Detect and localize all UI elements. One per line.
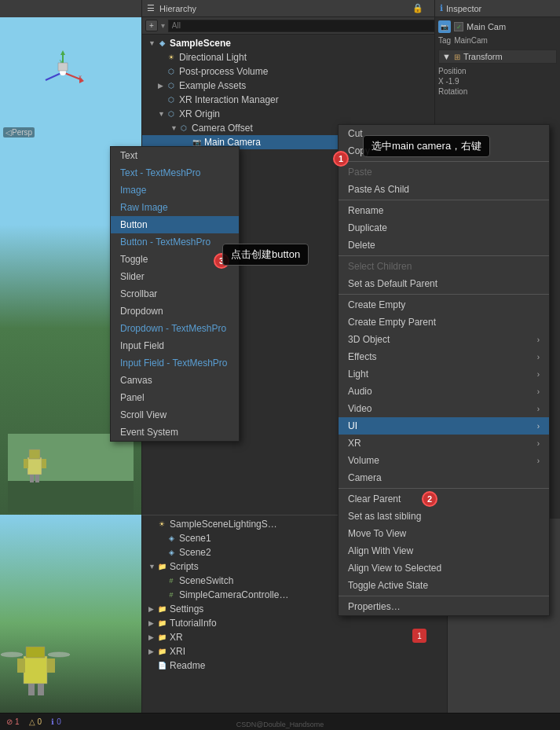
ctx-audio[interactable]: Audio › — [339, 383, 549, 400]
ctx-delete[interactable]: Delete — [339, 237, 549, 254]
transform-rotation-row: Rotation — [438, 87, 557, 96]
menu-item-button[interactable]: Button — [111, 216, 239, 233]
menu-item-slider[interactable]: Slider — [111, 268, 239, 285]
tree-label-example-assets: Example Assets — [179, 80, 246, 91]
ctx-paste-as-child[interactable]: Paste As Child — [339, 181, 549, 198]
ctx-label-camera: Camera — [348, 472, 382, 483]
ctx-set-last-sibling[interactable]: Set as last sibling — [339, 508, 549, 525]
menu-item-input-field[interactable]: Input Field — [111, 337, 239, 354]
ctx-clear-parent[interactable]: Clear Parent — [339, 490, 549, 508]
ctx-label-rename: Rename — [348, 205, 383, 216]
tree-arrow: ▼ — [148, 39, 156, 47]
ctx-properties[interactable]: Properties… — [339, 598, 549, 615]
menu-item-dropdown-textmeshpro[interactable]: Dropdown - TextMeshPro — [111, 320, 239, 337]
menu-item-raw-image[interactable]: Raw Image — [111, 199, 239, 216]
active-checkbox[interactable]: ✓ — [454, 22, 463, 31]
menu-item-event-system[interactable]: Event System — [111, 424, 239, 441]
menu-item-input-field-textmeshpro[interactable]: Input Field - TextMeshPro — [111, 354, 239, 372]
svg-rect-19 — [26, 647, 45, 658]
tree-item-readme[interactable]: 📄 Readme — [142, 658, 447, 673]
transform-icon: ⊞ — [454, 53, 460, 61]
tree-label-xr-origin: XR Origin — [179, 108, 220, 119]
menu-item-dropdown[interactable]: Dropdown — [111, 303, 239, 320]
menu-label-button: Button — [120, 219, 148, 230]
folder-icon: 📁 — [156, 603, 167, 614]
tooltip-rightclick: 选中main camera，右键 — [363, 135, 490, 157]
scene-bottom-background — [0, 515, 143, 730]
ctx-align-view-to-selected[interactable]: Align View to Selected — [339, 559, 549, 577]
ctx-duplicate[interactable]: Duplicate — [339, 219, 549, 237]
hierarchy-lock-icon[interactable]: 🔒 — [412, 3, 423, 13]
tree-label-samplescenelighting: SampleSceneLightingS… — [170, 519, 277, 530]
transform-component-header[interactable]: ▼ ⊞ Transform — [438, 50, 557, 64]
tree-item-directional-light[interactable]: ☀ Directional Light — [142, 50, 447, 64]
tree-item-example-assets[interactable]: ▶ ⬡ Example Assets — [142, 79, 447, 93]
ctx-toggle-active[interactable]: Toggle Active State — [339, 577, 549, 594]
gameobj-icon: ⬡ — [166, 108, 177, 119]
add-dropdown-arrow[interactable]: ▾ — [161, 21, 165, 30]
tree-label-tutorialinfo: TutorialInfo — [170, 618, 217, 629]
ctx-label-xr: XR — [348, 438, 361, 449]
ctx-3d-object[interactable]: 3D Object › — [339, 331, 549, 348]
hierarchy-search-input[interactable] — [168, 20, 444, 32]
menu-label-raw-image: Raw Image — [120, 202, 168, 213]
add-object-button[interactable]: + — [145, 20, 158, 31]
ctx-ui[interactable]: UI › — [339, 417, 549, 435]
tree-item-postprocess[interactable]: ⬡ Post-process Volume — [142, 64, 447, 79]
tree-item-tutorialinfo-folder[interactable]: ▶ 📁 TutorialInfo — [142, 616, 447, 630]
tree-arrow-xri: ▶ — [148, 647, 156, 655]
menu-item-image[interactable]: Image — [111, 182, 239, 199]
ctx-volume[interactable]: Volume › — [339, 452, 549, 469]
scene-icon: ◈ — [156, 38, 167, 49]
ctx-video[interactable]: Video › — [339, 400, 549, 417]
ctx-light[interactable]: Light › — [339, 365, 549, 383]
menu-label-text-textmeshpro: Text - TextMeshPro — [120, 167, 200, 178]
tree-item-xri-folder[interactable]: ▶ 📁 XRI — [142, 644, 447, 658]
ctx-xr[interactable]: XR › — [339, 435, 549, 452]
menu-item-canvas[interactable]: Canvas — [111, 372, 239, 389]
menu-item-text-textmeshpro[interactable]: Text - TextMeshPro — [111, 164, 239, 182]
svg-rect-17 — [0, 515, 143, 730]
tree-item-xr-origin[interactable]: ▼ ⬡ XR Origin — [142, 107, 447, 121]
menu-item-scrollbar[interactable]: Scrollbar — [111, 285, 239, 303]
svg-text:x: x — [79, 73, 82, 80]
menu-item-button-textmeshpro[interactable]: Button - TextMeshPro — [111, 233, 239, 251]
ctx-rename[interactable]: Rename — [339, 202, 549, 219]
menu-label-input-field: Input Field — [120, 340, 164, 351]
ctx-align-with-view[interactable]: Align With View — [339, 542, 549, 559]
tree-item-xr-folder[interactable]: ▶ 📁 XR — [142, 630, 447, 644]
page-number: 1 — [412, 629, 426, 643]
menu-item-scroll-view[interactable]: Scroll View — [111, 406, 239, 424]
ctx-separator-4 — [339, 294, 549, 295]
hierarchy-menu-icon[interactable]: ☰ — [147, 3, 155, 13]
watermark-text: CSDN@Double_Handsome — [236, 721, 324, 728]
hierarchy-toolbar: + ▾ — [142, 17, 447, 35]
ctx-move-to-view[interactable]: Move To View — [339, 525, 549, 542]
svg-rect-8 — [58, 63, 68, 71]
bottom-scene-svg — [0, 515, 143, 730]
ctx-arrow-xr: › — [537, 439, 540, 448]
ctx-set-default-parent[interactable]: Set as Default Parent — [339, 275, 549, 292]
tooltip-text-rightclick: 选中main camera，右键 — [372, 140, 481, 152]
ctx-create-empty[interactable]: Create Empty — [339, 296, 549, 314]
menu-item-panel[interactable]: Panel — [111, 389, 239, 406]
menu-item-text[interactable]: Text — [111, 147, 239, 164]
tree-item-xr-interaction[interactable]: ⬡ XR Interaction Manager — [142, 93, 447, 107]
context-menu: Cut Copy Paste Paste As Child Rename Dup… — [338, 124, 550, 616]
svg-rect-20 — [17, 658, 25, 673]
annotation-badge-2: 2 — [422, 491, 437, 507]
ctx-separator-1 — [339, 161, 549, 162]
tree-item-samplescene[interactable]: ▼ ◈ SampleScene ⋮ — [142, 36, 447, 50]
gameobj-icon: ⬡ — [166, 94, 177, 105]
folder-icon: 📁 — [156, 632, 167, 643]
hierarchy-title: Hierarchy — [159, 4, 196, 13]
menu-label-text: Text — [120, 150, 137, 161]
ctx-arrow-video: › — [537, 405, 540, 413]
ctx-camera[interactable]: Camera — [339, 469, 549, 486]
ctx-create-empty-parent[interactable]: Create Empty Parent — [339, 314, 549, 331]
tree-label-scene1: Scene1 — [179, 533, 211, 544]
ctx-label-select-children: Select Children — [348, 261, 412, 272]
ctx-arrow-volume: › — [537, 457, 540, 465]
ctx-effects[interactable]: Effects › — [339, 348, 549, 365]
ctx-separator-3 — [339, 255, 549, 256]
